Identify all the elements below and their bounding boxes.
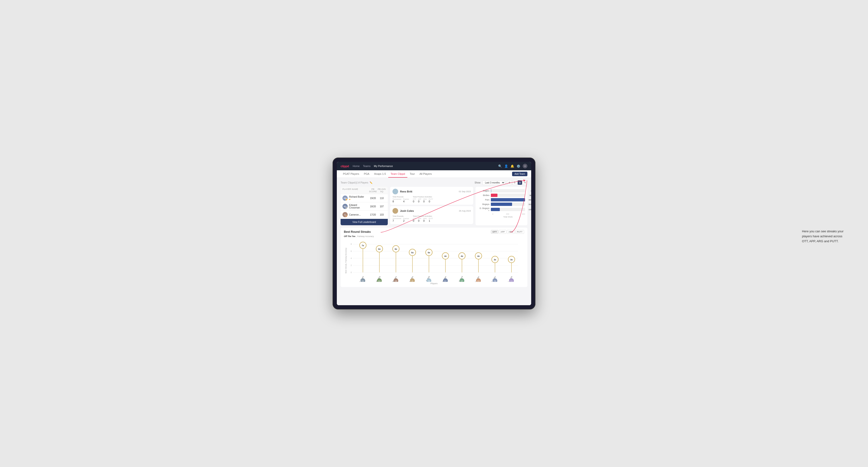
subnav-team-clippd[interactable]: Team Clippd	[388, 170, 407, 178]
avatar: C 3	[342, 212, 348, 217]
chart-x-title: Total Shots	[478, 216, 525, 218]
svg-text:6: 6	[350, 250, 352, 252]
svg-text:8: 8	[350, 243, 352, 245]
bar-chart: Eagles 3 Birdies 96	[478, 189, 525, 212]
chart-x-axis: 0 200 400	[478, 213, 525, 215]
practice-value: 2	[403, 219, 409, 222]
app-value: 0	[418, 219, 421, 222]
subnav-pgat[interactable]: PGAT Players	[341, 170, 362, 178]
annotation-text: Here you can see streaks your players ha…	[802, 229, 849, 244]
practice-activities-group: Total Practice Activities OTT 0 APP 0	[413, 215, 433, 222]
svg-text:EE: EE	[362, 280, 364, 282]
search-icon[interactable]: 🔍	[498, 164, 502, 168]
putt-stat: PUTT 1	[429, 218, 433, 222]
svg-text:3x: 3x	[494, 258, 496, 261]
player-score: 18/20	[368, 205, 378, 208]
nav-links: Home Teams My Performance	[352, 165, 494, 167]
card-date: 26 Aug 2023	[459, 210, 471, 212]
ott-value: 0	[413, 200, 416, 203]
show-label: Show	[474, 181, 480, 184]
stats-row: Total Rounds Tournament 7 Practice 2	[393, 215, 471, 222]
bar-label: D. Bogeys +	[478, 207, 491, 212]
rounds-sub: Tournament 8 Practice 4	[393, 198, 409, 203]
team-header-right: Show Last 3 months ⊞ ☰ ▤ ⇅	[474, 180, 527, 185]
player-cards-panel: Rees Britt 02 Sep 2023 Total Rounds Tour…	[390, 187, 473, 225]
svg-text:0: 0	[350, 271, 352, 274]
svg-text:EC: EC	[444, 280, 447, 282]
arg-value: 0	[423, 200, 427, 203]
player-row[interactable]: C 3 Cameron... 17/20 103	[341, 211, 388, 219]
nav-home[interactable]: Home	[352, 165, 360, 167]
ott-stat: OTT 0	[413, 198, 416, 203]
app-value: 0	[418, 200, 421, 203]
table-view-button[interactable]: ⇅	[523, 180, 527, 185]
bar-value: 131	[529, 209, 531, 211]
avatar[interactable]: U	[523, 164, 527, 168]
player-row[interactable]: EC 2 Edward Crossman 18/20 107	[341, 203, 388, 211]
subnav-all-players[interactable]: All Players	[417, 170, 434, 178]
streak-tab-arg[interactable]: ARG	[507, 230, 515, 234]
player-name: Cameron...	[349, 214, 368, 216]
streaks-title: Best Round Streaks	[344, 230, 491, 234]
team-header: Team Clippd | 14 Players ✏️ Show Last 3 …	[341, 180, 527, 185]
player-avg: 103	[378, 214, 386, 216]
tournament-value: 8	[393, 200, 401, 203]
card-player-name: Josh Coles	[400, 210, 459, 212]
streak-chart-area: Best Streak, Fairway Accuracy 0 2	[344, 239, 524, 282]
svg-text:3x: 3x	[510, 258, 513, 261]
bar-track: 131	[491, 208, 525, 211]
streak-tab-app[interactable]: APP	[499, 230, 506, 234]
player-name-info: Edward Crossman	[349, 204, 368, 209]
app-logo: clippd	[341, 164, 349, 168]
player-table-header: PLAYER NAME PB SCORE PB AVG SQ	[341, 187, 388, 194]
subnav-tour[interactable]: Tour	[407, 170, 417, 178]
player-name-info: Richard Butler ♥	[349, 195, 368, 201]
rounds-label: Total Rounds	[393, 215, 409, 217]
list-view-button[interactable]: ☰	[512, 180, 517, 185]
streak-tab-ott[interactable]: OTT	[491, 230, 498, 234]
svg-text:7x: 7x	[362, 244, 364, 247]
bar-value: 3	[531, 190, 531, 192]
streak-tab-putt[interactable]: PUTT	[516, 230, 524, 234]
nav-teams[interactable]: Teams	[363, 165, 371, 167]
chart-row-d-bogeys: D. Bogeys + 131	[478, 207, 525, 212]
grid-view-button[interactable]: ⊞	[507, 180, 512, 185]
svg-text:2: 2	[350, 264, 352, 267]
svg-text:5x: 5x	[428, 251, 430, 254]
card-view-button[interactable]: ▤	[518, 180, 522, 185]
svg-text:6x: 6x	[395, 248, 397, 250]
bar-fill	[491, 208, 500, 211]
player-card: Rees Britt 02 Sep 2023 Total Rounds Tour…	[390, 187, 473, 205]
team-title: Team Clippd | 14 Players	[341, 181, 368, 184]
nav-bar: clippd Home Teams My Performance 🔍 👤 🔔 ⚙…	[337, 162, 531, 170]
svg-text:DF: DF	[461, 280, 463, 282]
player-row[interactable]: RB 1 Richard Butler ♥ 19/20 110	[341, 194, 388, 203]
practice-stat: Practice 4	[403, 198, 409, 203]
x-label: 200	[506, 213, 509, 215]
add-team-button[interactable]: Add Team	[512, 172, 527, 176]
user-icon[interactable]: 👤	[504, 164, 508, 168]
ott-stat: OTT 0	[413, 218, 416, 222]
card-avatar	[393, 208, 398, 214]
svg-text:4: 4	[350, 257, 352, 259]
card-player-name: Rees Britt	[400, 190, 459, 193]
settings-icon[interactable]: ⚙️	[517, 164, 520, 168]
col-player-name: PLAYER NAME	[342, 188, 368, 193]
nav-my-performance[interactable]: My Performance	[374, 165, 393, 167]
subnav-hcaps[interactable]: Hcaps 1-5	[372, 170, 388, 178]
period-select[interactable]: Last 3 months	[483, 181, 505, 185]
card-date: 02 Sep 2023	[459, 190, 471, 193]
view-full-leaderboard-button[interactable]: View Full Leaderboard	[341, 219, 388, 225]
tournament-value: 7	[393, 219, 401, 222]
tablet-screen: clippd Home Teams My Performance 🔍 👤 🔔 ⚙…	[337, 162, 531, 305]
player-name-info: Cameron...	[349, 214, 368, 216]
bar-label: Bogeys	[478, 203, 491, 206]
edit-icon[interactable]: ✏️	[370, 181, 372, 184]
activities-label: Total Practice Activities	[413, 215, 433, 217]
bell-icon[interactable]: 🔔	[510, 164, 514, 168]
bar-track: 96	[491, 194, 525, 197]
activities-sub: OTT 0 APP 0 ARG 0	[413, 218, 433, 222]
bar-value: 96	[530, 194, 531, 196]
chart-row-pars: Pars 499	[478, 198, 525, 201]
subnav-pga[interactable]: PGA	[362, 170, 372, 178]
